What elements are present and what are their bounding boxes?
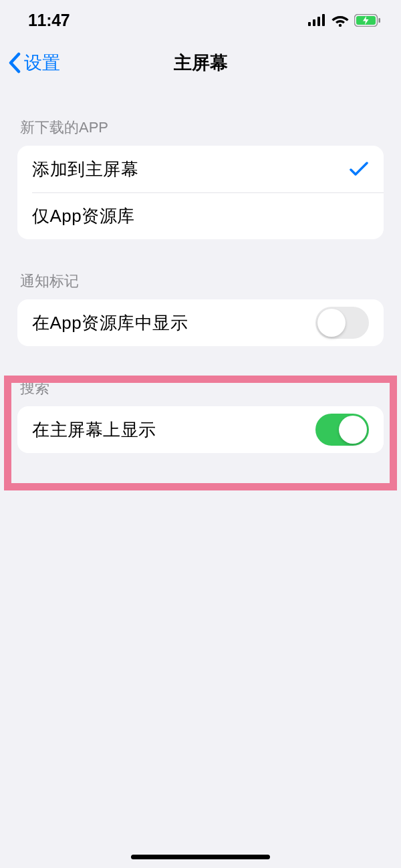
- battery-charging-icon: [354, 14, 381, 27]
- section-notification-badges: 通知标记 在App资源库中显示: [17, 271, 384, 346]
- cellular-signal-icon: [308, 14, 326, 26]
- section-header-new-apps: 新下载的APP: [17, 118, 384, 146]
- list-group-new-apps: 添加到主屏幕 仅App资源库: [17, 146, 384, 239]
- row-label: 在App资源库中显示: [32, 311, 188, 335]
- checkmark-icon: [349, 160, 369, 178]
- row-label: 添加到主屏幕: [32, 158, 138, 181]
- toggle-knob: [339, 416, 367, 444]
- row-label: 仅App资源库: [32, 204, 135, 228]
- navigation-header: 设置 主屏幕: [0, 40, 401, 86]
- page-title: 主屏幕: [174, 51, 228, 75]
- status-bar: 11:47: [0, 0, 401, 40]
- section-header-notification-badges: 通知标记: [17, 271, 384, 299]
- section-search: 搜索 在主屏幕上显示: [17, 378, 384, 453]
- section-new-downloaded-apps: 新下载的APP 添加到主屏幕 仅App资源库: [17, 118, 384, 239]
- row-show-on-home-screen[interactable]: 在主屏幕上显示: [17, 406, 384, 453]
- svg-point-4: [339, 23, 342, 26]
- home-indicator: [131, 855, 270, 859]
- toggle-show-in-app-library[interactable]: [315, 307, 369, 339]
- list-group-notification-badges: 在App资源库中显示: [17, 299, 384, 346]
- back-button[interactable]: 设置: [7, 47, 61, 79]
- wifi-icon: [331, 14, 349, 27]
- list-group-search: 在主屏幕上显示: [17, 406, 384, 453]
- status-icons-group: [308, 14, 381, 27]
- svg-rect-2: [317, 17, 320, 26]
- svg-rect-3: [322, 14, 325, 26]
- chevron-left-icon: [8, 52, 21, 74]
- toggle-show-on-home-screen[interactable]: [315, 414, 369, 446]
- row-show-in-app-library[interactable]: 在App资源库中显示: [17, 299, 384, 346]
- back-label: 设置: [24, 51, 60, 75]
- toggle-knob: [317, 309, 346, 337]
- svg-rect-1: [313, 19, 315, 26]
- row-label: 在主屏幕上显示: [32, 418, 156, 442]
- svg-rect-7: [379, 18, 381, 23]
- svg-rect-0: [308, 22, 311, 26]
- status-time: 11:47: [28, 11, 70, 30]
- option-add-to-home-screen[interactable]: 添加到主屏幕: [17, 146, 384, 192]
- section-header-search: 搜索: [17, 378, 384, 406]
- option-app-library-only[interactable]: 仅App资源库: [17, 192, 384, 239]
